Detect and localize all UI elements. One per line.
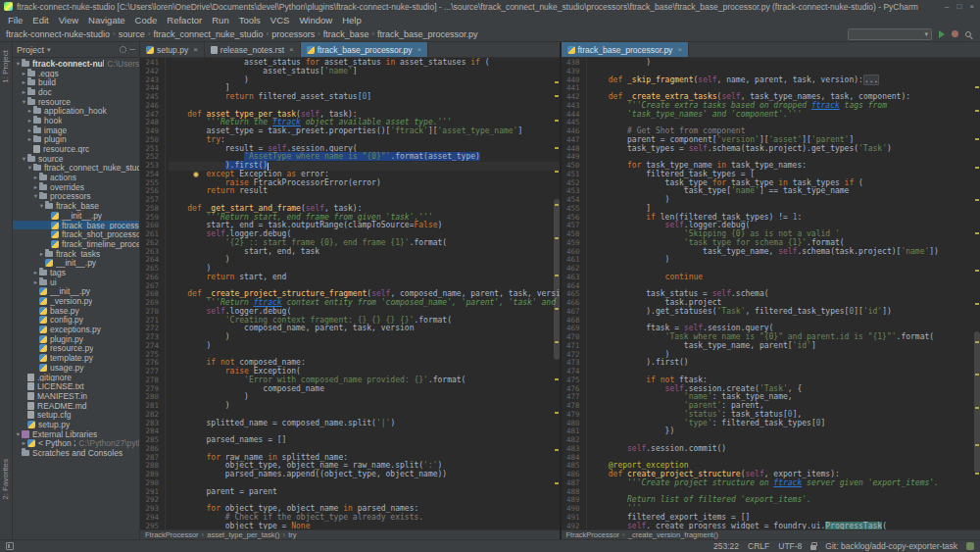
code-line[interactable]: return result [169, 187, 560, 196]
tree-toggle-icon[interactable]: ▸ [21, 70, 27, 77]
menu-vcs[interactable]: VCS [266, 15, 295, 25]
tree-item-init-py[interactable]: __init__.py [13, 258, 139, 268]
tree-item-exceptions-py[interactable]: exceptions.py [13, 325, 139, 334]
tool-window-button-project[interactable]: 1: Project [1, 50, 10, 83]
tree-toggle-icon[interactable]: ▾ [32, 192, 39, 200]
code-line[interactable]: Return list of filtered 'export_items'. [590, 496, 980, 505]
tree-toggle-icon[interactable]: ▾ [15, 60, 22, 68]
menu-file[interactable]: File [3, 15, 27, 25]
close-icon[interactable]: × [417, 45, 422, 54]
code-line[interactable]: return filtered_asset_status[0] [169, 93, 560, 102]
debug-button[interactable] [952, 30, 958, 37]
tree-item-image[interactable]: ▸image [13, 125, 139, 135]
tool-window-button-favorites[interactable]: 2: Favorites [1, 459, 10, 500]
menu-help[interactable]: Help [337, 15, 367, 25]
code-line[interactable]: ) [169, 342, 560, 351]
run-button[interactable] [939, 30, 945, 38]
tree-item-plugin[interactable]: ▸plugin [13, 135, 139, 145]
minimize-button[interactable]: – [945, 2, 949, 11]
tree-item-readme-md[interactable]: README.md [13, 401, 139, 411]
tree-item-external-libraries[interactable]: ▾External Libraries [13, 429, 139, 439]
tree-item-init-py[interactable]: __init__.py [13, 287, 139, 297]
menu-tools[interactable]: Tools [234, 15, 266, 25]
code-line[interactable]: 'task_type_names' and 'component'.''' [590, 111, 980, 120]
tree-item-resource-qrc[interactable]: resource.qrc [13, 144, 139, 154]
tree-toggle-icon[interactable]: ▾ [26, 164, 33, 172]
tree-item-version-py[interactable]: _version.py [13, 296, 139, 306]
menu-run[interactable]: Run [207, 15, 233, 25]
close-icon[interactable]: × [193, 45, 198, 54]
code-line[interactable]: self.session.commit() [590, 445, 980, 454]
tree-item-base-py[interactable]: base.py [13, 306, 139, 316]
intention-bulb-icon[interactable] [193, 172, 199, 177]
tree-item-ftrack-base[interactable]: ▾ftrack_base [13, 201, 139, 211]
breadcrumb-item-ftrackprocessor[interactable]: FtrackProcessor [145, 530, 199, 539]
tree-item-ftrack-timeline-processor-py[interactable]: ftrack_timeline_processor.py [13, 239, 139, 249]
scrollbar-thumb[interactable] [974, 331, 980, 473]
tree-toggle-icon[interactable]: ▸ [26, 126, 33, 134]
tree-toggle-icon[interactable]: ▸ [26, 135, 33, 143]
tree-item-license-txt[interactable]: LICENSE.txt [13, 381, 139, 391]
tree-toggle-icon[interactable]: ▸ [32, 174, 39, 181]
tree-item-source[interactable]: ▾source [13, 154, 139, 164]
code-line[interactable]: parsed_names = [] [169, 436, 560, 445]
breadcrumb-item-try[interactable]: try [288, 530, 296, 539]
tree-item-resource[interactable]: ▾resource [13, 97, 139, 107]
vcs-branch[interactable]: Git: backlog/add-copy-exporter-task [825, 541, 957, 551]
tree-toggle-icon[interactable]: ▾ [38, 202, 45, 210]
tree-item-setup-py[interactable]: setup.py [13, 420, 139, 429]
tree-item-python-2-7[interactable]: ▸< Python 2.7 >C:\Python27\python.e... [13, 439, 139, 449]
tree-item-config-py[interactable]: config.py [13, 316, 139, 326]
breadcrumb-item-ftrack-base-processor-py[interactable]: ftrack_base_processor.py [377, 29, 478, 39]
close-icon[interactable]: × [677, 45, 682, 54]
tree-item-build[interactable]: ▸build [13, 77, 139, 87]
menu-edit[interactable]: Edit [27, 15, 53, 25]
code-area[interactable]: 2412422432442452462472482492502512522532… [140, 58, 560, 529]
tree-item-ftrack-tasks[interactable]: ▸ftrack_tasks [13, 249, 139, 259]
editor-tab-setup-py[interactable]: setup.py× [140, 42, 205, 57]
code-line[interactable]: parsed_names.append((object_type, object… [169, 471, 560, 479]
tree-item-gitignore[interactable]: .gitignore [13, 373, 139, 382]
tree-item-tags[interactable]: ▸tags [13, 268, 139, 277]
code-line[interactable]: task_types = self.schema(task.project).g… [590, 145, 980, 154]
close-button[interactable]: × [969, 2, 974, 11]
tree-toggle-icon[interactable]: ▸ [26, 107, 33, 115]
code-line[interactable]: ) [169, 333, 560, 342]
tree-item-hook[interactable]: ▸hook [13, 116, 139, 125]
code-line[interactable]: ).get_statuses('Task', filtered_task_typ… [590, 308, 980, 317]
code-line[interactable]: return start, end [169, 274, 560, 282]
code-line[interactable]: self._create_progress_widget = foundry.u… [590, 523, 980, 530]
breadcrumb-item-ftrack-connect-nuke-studio[interactable]: ftrack_connect_nuke_studio [153, 29, 263, 39]
hide-panel-icon[interactable]: ─ [129, 46, 135, 53]
project-panel-title[interactable]: Project [17, 45, 44, 55]
editor-tab-ftrack-base-processor-py[interactable]: ftrack_base_processor.py× [301, 42, 429, 57]
tree-toggle-icon[interactable]: ▸ [38, 250, 45, 258]
breadcrumb-item-asset-type-per-task[interactable]: asset_type_per_task() [207, 530, 279, 539]
breadcrumb-item-ftrack-connect-nuke-studio[interactable]: ftrack-connect-nuke-studio [6, 29, 110, 39]
tree-item-ui[interactable]: ▸ui [13, 277, 139, 287]
tree-item-processors[interactable]: ▾processors [13, 192, 139, 202]
tree-item-eggs[interactable]: ▸.eggs [13, 69, 139, 78]
tree-item-scratches-and-consoles[interactable]: Scratches and Consoles [13, 448, 139, 458]
tree-item-init-py[interactable]: __init__.py [13, 211, 139, 221]
tree-toggle-icon[interactable]: ▾ [15, 430, 22, 438]
breadcrumb-item-ftrack-base[interactable]: ftrack_base [323, 29, 369, 39]
tree-item-resource-py[interactable]: resource.py [13, 344, 139, 354]
tree-toggle-icon[interactable]: ▸ [32, 278, 39, 286]
menu-window[interactable]: Window [294, 15, 337, 25]
code-editor[interactable]: asset_status for asset_status in asset_s… [166, 58, 560, 529]
tree-item-plugin-py[interactable]: plugin.py [13, 334, 139, 344]
search-icon[interactable] [965, 31, 971, 37]
tree-item-ftrack-base-processor-py[interactable]: ftrack_base_processor.py [13, 221, 139, 230]
line-separator[interactable]: CRLF [748, 541, 769, 551]
tree-item-ftrack-connect-nuke-studio[interactable]: ▾ftrack-connect-nuke-studioC:\Users\lo..… [13, 59, 139, 69]
lock-icon[interactable] [810, 545, 816, 550]
menu-view[interactable]: View [54, 15, 83, 25]
tree-item-actions[interactable]: ▸actions [13, 173, 139, 182]
tree-item-setup-cfg[interactable]: setup.cfg [13, 410, 139, 420]
run-configuration-select[interactable]: ▾ [848, 28, 932, 40]
tree-item-ftrack-shot-processor-py[interactable]: ftrack_shot_processor.py [13, 229, 139, 239]
editor-tab-release-notes-rst[interactable]: release_notes.rst× [205, 42, 301, 57]
inspection-profile-icon[interactable] [966, 542, 974, 550]
tree-toggle-icon[interactable]: ▸ [21, 439, 27, 447]
